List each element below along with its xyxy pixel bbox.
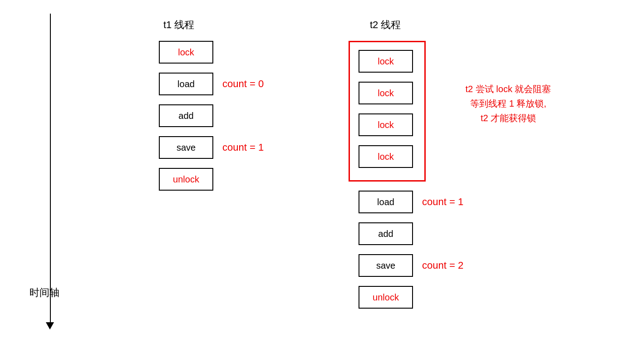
t2-thread-label: t2 线程 <box>370 18 401 32</box>
t2-save-box: save <box>359 254 413 277</box>
t2-lock-box-1: lock <box>359 50 413 73</box>
t2-unlock-box: unlock <box>359 286 413 309</box>
t1-unlock-box: unlock <box>159 168 213 191</box>
t2-lock-box-2: lock <box>359 82 413 104</box>
t1-save-box: save <box>159 136 213 159</box>
diagram: 时间轴 t1 线程 lock load add save unlock coun… <box>0 0 644 354</box>
time-axis-arrow <box>46 322 54 329</box>
count-label-t1-1: count = 1 <box>222 142 264 153</box>
note-text: t2 尝试 lock 就会阻塞等到线程 1 释放锁,t2 才能获得锁 <box>431 82 585 125</box>
t2-lock-box-3: lock <box>359 113 413 136</box>
t1-load-box: load <box>159 73 213 95</box>
t1-lock-box: lock <box>159 41 213 64</box>
time-axis-line <box>50 14 51 327</box>
t1-add-box: add <box>159 104 213 127</box>
count-label-t2-1: count = 1 <box>422 196 463 208</box>
count-label-t1-0: count = 0 <box>222 78 264 90</box>
t2-load-box: load <box>359 191 413 213</box>
time-axis-label: 时间轴 <box>29 286 59 300</box>
t2-lock-box-4: lock <box>359 145 413 168</box>
count-label-t2-2: count = 2 <box>422 260 463 271</box>
t1-thread-label: t1 线程 <box>163 18 194 32</box>
t2-add-box: add <box>359 222 413 245</box>
